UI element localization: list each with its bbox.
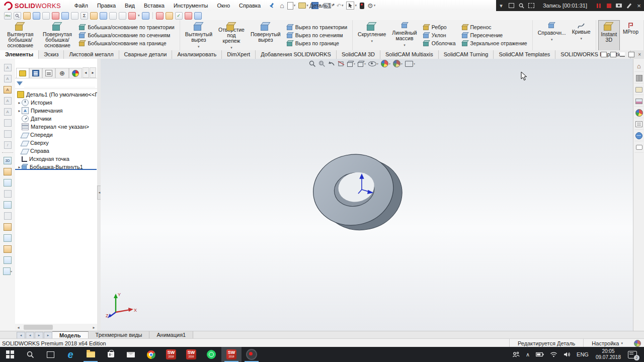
scrollbar-thumb[interactable] [24,325,53,330]
tree-horizontal-scrollbar[interactable]: ◂ ▸ [15,324,98,331]
revolved-cut-button[interactable]: Повернутый вырез [248,20,284,51]
section-properties-icon[interactable] [42,12,50,20]
recorder-draw-button[interactable] [624,0,634,11]
scrollbar-track[interactable] [22,325,91,330]
intersect-button[interactable]: Пересечение [461,32,528,39]
tab-weldments[interactable]: Сварные детали [119,50,173,59]
select-tool-button[interactable]: ▾ [345,1,358,11]
reference-geometry-button[interactable]: Справочн...▾ [535,20,569,51]
action-center-button[interactable]: 2 [625,347,644,362]
measure-icon[interactable] [23,12,31,20]
view-orientation-icon[interactable]: ▾ [347,61,355,67]
volume-icon[interactable] [560,347,574,362]
shell-button[interactable]: Оболочка [422,40,457,47]
scroll-left-arrow[interactable]: ◂ [15,325,22,330]
excel-table-icon[interactable] [142,12,149,20]
tab-features[interactable]: Элементы [0,50,39,59]
sweep-tool-icon[interactable] [3,189,12,198]
custom-properties-icon[interactable] [634,119,643,130]
mirror-button[interactable]: Зеркальное отражение [461,40,528,47]
recorder-screenshot-button[interactable] [614,0,624,11]
zoom-to-fit-icon[interactable] [309,60,316,67]
design-library-icon[interactable] [634,73,643,83]
undo-button[interactable]: ↶▾ [335,1,345,11]
file-explorer-icon[interactable] [634,84,643,95]
tree-item-material[interactable]: Материал <не указан> [15,123,97,131]
boundary-cut-button[interactable]: Вырез по границе [286,40,348,47]
linear-pattern-button[interactable]: Линейный массив▾ [389,20,420,51]
draft-button[interactable]: Уклон [422,32,457,39]
datum-annotation-icon[interactable]: A [3,96,12,105]
equations-icon[interactable]: Σ [80,12,88,20]
tab-dimxpert[interactable]: DimXpert [222,50,256,59]
check-feature-icon[interactable] [61,12,69,20]
chrome-app[interactable] [141,347,161,362]
compare-icon[interactable] [185,12,192,20]
sensor-icon[interactable] [52,12,59,20]
balloon-annotation-icon[interactable]: A [3,74,12,83]
expand-arrow-icon[interactable]: ▸ [17,101,22,105]
hide-show-items-icon[interactable]: ▾ [368,61,378,66]
tab-solidcam-multiaxis[interactable]: SolidCAM Multiaxis [380,50,439,59]
tree-root-part[interactable]: Деталь1 (По умолчанию<<По [15,90,97,99]
resources-home-icon[interactable]: ⌂ [634,61,643,72]
solidworks-2018-running-app[interactable]: SW2018 [221,347,242,362]
pane-right-icon[interactable] [610,52,616,57]
minimize-button[interactable] [620,52,625,57]
wifi-icon[interactable] [547,347,560,362]
close-button[interactable]: × [638,52,641,57]
copy-icon[interactable] [119,12,126,20]
edge-app[interactable]: e [60,347,80,362]
last-tab-button[interactable]: ▸ [44,332,52,339]
open-document-button[interactable]: ▾ [297,1,310,11]
spellcheck-icon[interactable]: Abc [4,12,12,20]
weld-symbol-icon[interactable]: A [3,107,12,116]
3d-sketch-icon[interactable]: 3D [3,156,12,165]
customize-menu[interactable]: Настройка▾ [583,339,631,347]
tab-addins[interactable]: Добавления SOLIDWORKS [256,50,337,59]
menu-window[interactable]: Окно [212,1,234,11]
boundary-boss-button[interactable]: Бобышка/основание на границе [78,40,175,47]
tab-sketch[interactable]: Эскиз [39,50,64,59]
approve-icon[interactable]: ✓ [175,12,183,20]
animation-tab[interactable]: Анимация1 [149,331,193,339]
hidden-icons-chevron[interactable]: ∧ [523,347,533,362]
home-button[interactable]: ⌂ [278,1,285,11]
tree-item-top-plane[interactable]: Сверху [15,139,97,147]
instant3d-toggle[interactable]: Instant 3D [598,20,620,51]
note-annotation-icon[interactable]: A [3,63,12,72]
store-app[interactable] [101,347,121,362]
mass-properties-icon[interactable] [33,12,40,20]
display-style-icon[interactable]: ▾ [358,61,366,67]
taskbar-search-button[interactable] [20,347,40,362]
smart-dimension-icon[interactable]: A [3,85,12,94]
battery-icon[interactable] [533,347,547,362]
3d-views-tab[interactable]: Трехмерные виды [89,331,150,339]
tree-item-annotations[interactable]: ▸AПримечания [15,107,97,115]
prev-tab-button[interactable]: ◂ [26,332,34,339]
section-view-icon[interactable] [338,60,345,67]
toolbar-caret-icon[interactable]: ▾ [138,14,140,18]
file-explorer-app[interactable] [80,347,101,362]
panel-tab-scroll-right[interactable]: ▸ [90,67,96,78]
people-icon[interactable] [509,347,523,362]
tree-item-right-plane[interactable]: Справа [15,147,97,155]
mprop-button[interactable]: MProp [620,20,641,51]
wrap-tool-icon[interactable] [3,244,12,253]
menu-insert[interactable]: Вставка [139,1,169,11]
featuremanager-tab[interactable] [16,68,29,78]
revolved-boss-button[interactable]: Повернутая бобышка/основание [39,20,76,51]
render-icon[interactable] [156,12,164,20]
dimxpertmanager-tab[interactable]: ⊕ [55,68,68,78]
pin-menu-icon[interactable] [269,3,274,8]
propertymanager-tab[interactable] [29,68,42,78]
extruded-boss-button[interactable]: Вытянутая бобышка/основание [2,20,39,51]
tree-item-history[interactable]: ▸История [15,99,97,107]
curves-button[interactable]: Кривые▾ [569,20,594,51]
lofted-boss-button[interactable]: Бобышка/основание по сечениям [78,32,175,39]
menu-tools[interactable]: Инструменты [169,1,213,11]
recorder-stop-button[interactable] [604,0,614,11]
pane-left-icon[interactable] [601,52,607,57]
menu-view[interactable]: Вид [120,1,139,11]
pattern-tool-icon[interactable]: ▾ [3,266,12,276]
